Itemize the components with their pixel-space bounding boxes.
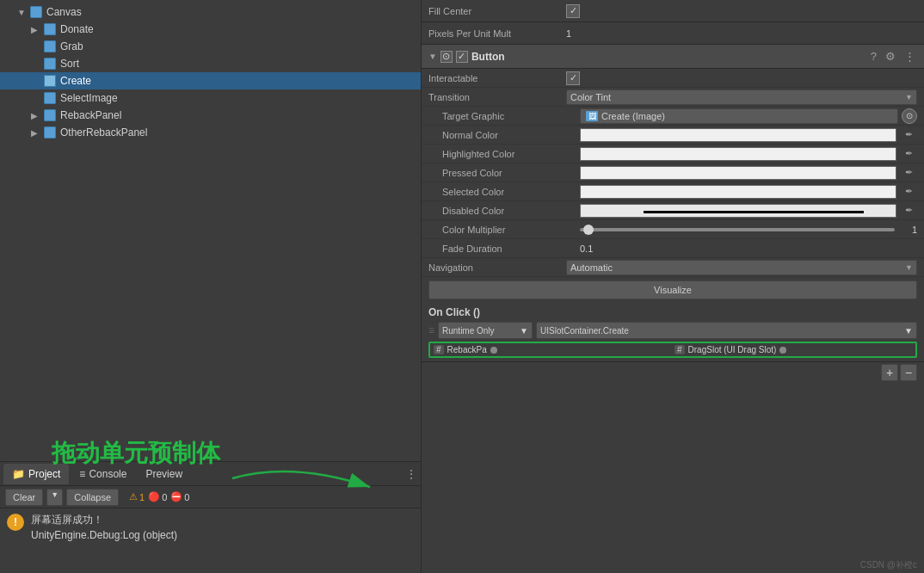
- slider-thumb[interactable]: [583, 225, 594, 235]
- button-active-checkbox[interactable]: ✓: [456, 51, 468, 63]
- tree-item-rebackpanel[interactable]: ▶ RebackPanel: [0, 107, 421, 124]
- pixels-per-unit-label: Pixels Per Unit Mult: [428, 28, 566, 39]
- tree-label-canvas: Canvas: [46, 6, 82, 18]
- pressed-color-eyedropper[interactable]: ✒: [900, 165, 917, 181]
- tab-preview[interactable]: Preview: [137, 464, 191, 484]
- cube-icon-donate: [43, 22, 57, 36]
- arrow-donate: ▶: [31, 25, 43, 34]
- clear-dropdown-arrow[interactable]: ▼: [46, 489, 63, 506]
- section-collapse-arrow[interactable]: ▼: [428, 52, 437, 61]
- fade-duration-label: Fade Duration: [442, 243, 580, 254]
- target-graphic-field[interactable]: 🖼 Create (Image): [580, 108, 898, 124]
- object-dot-2[interactable]: [779, 347, 786, 354]
- more-options-button[interactable]: ⋮: [405, 467, 417, 481]
- error2-icon: ⛔: [170, 491, 182, 502]
- normal-color-field[interactable]: [580, 128, 896, 142]
- pixels-per-unit-text[interactable]: 1: [566, 28, 571, 39]
- help-icon[interactable]: ?: [869, 50, 878, 63]
- target-graphic-label: Target Graphic: [442, 111, 580, 121]
- object-ref-1: RebackPa: [447, 345, 671, 354]
- pixels-per-unit-value: 1: [566, 28, 917, 39]
- collapse-button[interactable]: Collapse: [66, 489, 119, 506]
- console-message-2: UnityEngine.Debug:Log (object): [31, 527, 414, 543]
- method-dropdown[interactable]: UISlotContainer.Create ▼: [536, 322, 917, 339]
- navigation-row: Navigation Automatic ▼: [422, 258, 924, 277]
- tree-label-rebackpanel: RebackPanel: [60, 109, 121, 121]
- hierarchy-panel: ▼ Canvas ▶ Donate ▶ Grab ▶ Sort ▶: [0, 0, 422, 573]
- tree-item-sort[interactable]: ▶ Sort: [0, 55, 421, 72]
- fade-duration-text[interactable]: 0.1: [580, 243, 593, 254]
- selected-color-field[interactable]: [580, 185, 896, 199]
- color-multiplier-value: 1: [580, 225, 917, 235]
- onclick-section: On Click () ≡ Runtime Only ▼ UISlotConta…: [422, 303, 924, 362]
- fill-center-checkbox[interactable]: ✓: [566, 4, 580, 18]
- pressed-color-field[interactable]: [580, 166, 896, 180]
- highlighted-color-label: Highlighted Color: [442, 149, 580, 159]
- cube-icon-grab: [43, 40, 57, 53]
- drag-handle[interactable]: ≡: [428, 324, 434, 336]
- visualize-button[interactable]: Visualize: [428, 280, 917, 299]
- bottom-panel: 📁 Project ≡ Console Preview ⋮ Clear ▼ Co…: [0, 461, 421, 573]
- cube-icon-rebackpanel: [43, 108, 57, 122]
- object-ref-2: DragSlot (UI Drag Slot): [688, 345, 912, 354]
- tree-item-donate[interactable]: ▶ Donate: [0, 21, 421, 38]
- highlighted-color-eyedropper[interactable]: ✒: [900, 146, 917, 162]
- tree-item-selectimage[interactable]: ▶ SelectImage: [0, 89, 421, 107]
- console-warn-icon: !: [7, 514, 24, 531]
- object-dot-1[interactable]: [490, 347, 497, 354]
- tree-label-create: Create: [60, 75, 91, 87]
- warn-icon: ⚠: [129, 491, 138, 502]
- tree-item-create[interactable]: ▶ Create: [0, 72, 421, 89]
- selected-color-eyedropper[interactable]: ✒: [900, 184, 917, 200]
- arrow-canvas: ▼: [17, 8, 29, 17]
- cube-icon-canvas: [29, 5, 43, 19]
- inspector-panel: Fill Center ✓ Pixels Per Unit Mult 1 ▼ ⊙…: [422, 0, 924, 573]
- target-graphic-picker[interactable]: ⊙: [902, 108, 917, 124]
- hierarchy-tree: ▼ Canvas ▶ Donate ▶ Grab ▶ Sort ▶: [0, 0, 421, 461]
- disabled-color-eyedropper[interactable]: ✒: [900, 203, 917, 219]
- log-badges: ⚠ 1 🔴 0 ⛔ 0: [129, 491, 189, 502]
- tree-label-donate: Donate: [60, 23, 94, 35]
- settings-icon[interactable]: ⚙: [884, 50, 897, 63]
- remove-event-button[interactable]: −: [900, 364, 917, 381]
- tree-item-grab[interactable]: ▶ Grab: [0, 38, 421, 55]
- hash-badge-2: #: [675, 345, 685, 354]
- target-graphic-text: Create (Image): [601, 111, 665, 121]
- interactable-label: Interactable: [428, 73, 566, 83]
- normal-color-eyedropper[interactable]: ✒: [900, 127, 917, 143]
- interactable-checkbox[interactable]: ✓: [566, 71, 580, 85]
- add-event-button[interactable]: +: [881, 364, 898, 381]
- disabled-color-value: ✒: [580, 203, 917, 219]
- highlighted-color-field[interactable]: [580, 147, 896, 161]
- error1-badge: 🔴 0: [148, 491, 167, 502]
- color-multiplier-label: Color Multiplier: [442, 225, 580, 235]
- console-icon-tab: ≡: [79, 468, 85, 480]
- transition-dropdown[interactable]: Color Tint ▼: [566, 89, 917, 105]
- transition-dropdown-arrow: ▼: [905, 93, 913, 102]
- transition-value: Color Tint ▼: [566, 89, 917, 105]
- tab-console[interactable]: ≡ Console: [71, 464, 135, 484]
- error2-badge: ⛔ 0: [170, 491, 189, 502]
- navigation-dropdown[interactable]: Automatic ▼: [566, 260, 917, 275]
- runtime-dropdown[interactable]: Runtime Only ▼: [438, 322, 533, 339]
- tree-item-otherrebackpanel[interactable]: ▶ OtherRebackPanel: [0, 124, 421, 141]
- project-icon: 📁: [12, 468, 25, 480]
- tab-project[interactable]: 📁 Project: [3, 464, 69, 484]
- button-enabled-checkbox[interactable]: ⊙: [440, 51, 453, 63]
- normal-color-label: Normal Color: [442, 130, 580, 140]
- method-dd-arrow: ▼: [904, 326, 913, 336]
- color-multiplier-text: 1: [900, 225, 917, 235]
- more-icon[interactable]: ⋮: [902, 50, 917, 63]
- disabled-color-field[interactable]: [580, 204, 896, 218]
- arrow-rebackpanel: ▶: [31, 111, 43, 120]
- tree-label-selectimage: SelectImage: [60, 92, 118, 104]
- add-remove-buttons: + −: [881, 364, 917, 381]
- method-label: UISlotContainer.Create: [540, 326, 629, 336]
- tree-item-canvas[interactable]: ▼ Canvas: [0, 3, 421, 21]
- fade-duration-row: Fade Duration 0.1: [422, 239, 924, 258]
- onclick-header: On Click (): [428, 306, 917, 318]
- clear-button[interactable]: Clear: [5, 489, 43, 506]
- tab-project-label: Project: [28, 468, 60, 480]
- highlighted-color-row: Highlighted Color ✒: [422, 145, 924, 163]
- color-multiplier-slider[interactable]: [580, 228, 895, 231]
